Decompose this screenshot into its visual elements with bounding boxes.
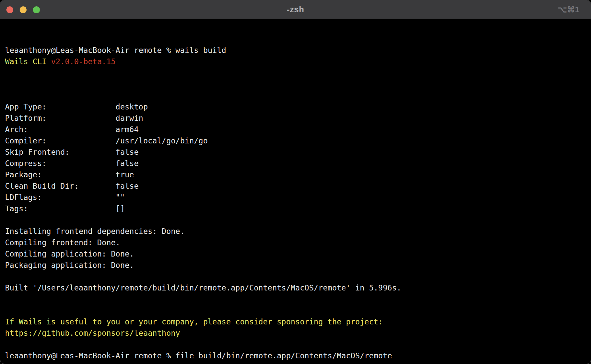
terminal-text-segment: https://github.com/sponsors/leaanthony — [5, 329, 180, 337]
terminal-text-segment: Installing frontend dependencies: Done. — [5, 227, 185, 236]
terminal-line: App Type: desktop — [5, 101, 591, 112]
terminal-line: Arch: arm64 — [5, 124, 591, 135]
terminal-line — [5, 214, 591, 226]
terminal-line — [5, 293, 591, 305]
terminal-line: Compiling frontend: Done. — [5, 237, 591, 248]
terminal-text-segment: LDFlags: "" — [5, 193, 125, 202]
terminal-line: leaanthony@Leas-MacBook-Air remote % wai… — [5, 45, 591, 56]
terminal-line: Clean Build Dir: false — [5, 180, 591, 192]
terminal-text-segment: leaanthony@Leas-MacBook-Air remote % wai… — [5, 46, 226, 55]
terminal-text-segment: Built '/Users/leaanthony/remote/build/bi… — [5, 283, 401, 292]
terminal-text-segment: Compiling frontend: Done. — [5, 238, 120, 247]
titlebar[interactable]: -zsh ⌥⌘1 — [0, 0, 591, 19]
terminal-line: Installing frontend dependencies: Done. — [5, 226, 591, 237]
tab-shortcut-label: ⌥⌘1 — [558, 0, 579, 19]
terminal-line — [5, 79, 591, 90]
terminal-line: Package: true — [5, 169, 591, 180]
terminal-line: Compress: false — [5, 158, 591, 169]
terminal-text-segment: Arch: arm64 — [5, 125, 139, 134]
terminal-text-segment: If Wails is useful to you or your compan… — [5, 317, 383, 326]
terminal-line: Packaging application: Done. — [5, 260, 591, 271]
terminal-line: If Wails is useful to you or your compan… — [5, 316, 591, 327]
terminal-window: -zsh ⌥⌘1 leaanthony@Leas-MacBook-Air rem… — [0, 0, 591, 364]
terminal-line: Compiling application: Done. — [5, 248, 591, 260]
terminal-line: LDFlags: "" — [5, 192, 591, 203]
terminal-text-segment: Packaging application: Done. — [5, 261, 134, 270]
terminal-line: Wails CLI v2.0.0-beta.15 — [5, 56, 591, 67]
terminal-text-segment: Package: true — [5, 170, 134, 179]
terminal-text-segment: Platform: darwin — [5, 114, 143, 122]
terminal-text-segment: Wails CLI — [5, 57, 51, 66]
terminal-line — [5, 271, 591, 282]
terminal-content[interactable]: leaanthony@Leas-MacBook-Air remote % wai… — [0, 19, 591, 364]
terminal-line — [5, 339, 591, 350]
window-title: -zsh — [0, 5, 591, 14]
terminal-text-segment: build/bin/remote.app/Contents/MacOS/remo… — [5, 363, 346, 364]
terminal-line: Skip Frontend: false — [5, 146, 591, 158]
terminal-line: leaanthony@Leas-MacBook-Air remote % fil… — [5, 350, 591, 361]
terminal-line: Platform: darwin — [5, 112, 591, 124]
terminal-text-segment: Compiling application: Done. — [5, 250, 134, 258]
terminal-line: https://github.com/sponsors/leaanthony — [5, 327, 591, 339]
terminal-lines: leaanthony@Leas-MacBook-Air remote % wai… — [5, 45, 591, 364]
terminal-text-segment: App Type: desktop — [5, 102, 148, 111]
terminal-line — [5, 90, 591, 101]
terminal-line: build/bin/remote.app/Contents/MacOS/remo… — [5, 361, 591, 364]
terminal-text-segment: Compress: false — [5, 159, 139, 168]
terminal-line — [5, 67, 591, 79]
terminal-line: Tags: [] — [5, 203, 591, 214]
terminal-text-segment: Clean Build Dir: false — [5, 182, 139, 190]
terminal-text-segment: leaanthony@Leas-MacBook-Air remote % fil… — [5, 351, 392, 360]
terminal-line: Built '/Users/leaanthony/remote/build/bi… — [5, 282, 591, 293]
terminal-line: Compiler: /usr/local/go/bin/go — [5, 135, 591, 146]
terminal-text-segment: Skip Frontend: false — [5, 148, 139, 156]
terminal-line — [5, 305, 591, 316]
terminal-text-segment: Tags: [] — [5, 204, 125, 213]
terminal-text-segment: Compiler: /usr/local/go/bin/go — [5, 136, 208, 145]
terminal-text-segment: v2.0.0-beta.15 — [51, 57, 115, 66]
